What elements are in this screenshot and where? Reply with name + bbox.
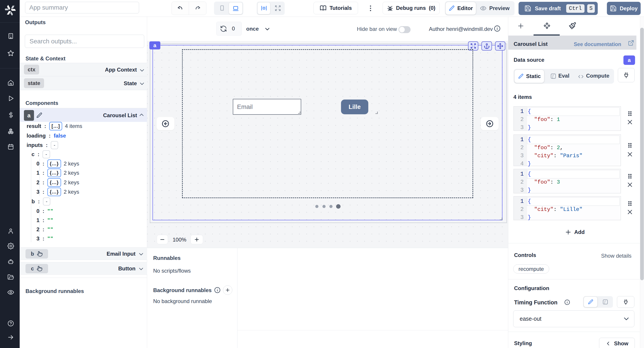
svg-text:f: f bbox=[552, 74, 554, 78]
svg-text:f: f bbox=[604, 300, 606, 304]
